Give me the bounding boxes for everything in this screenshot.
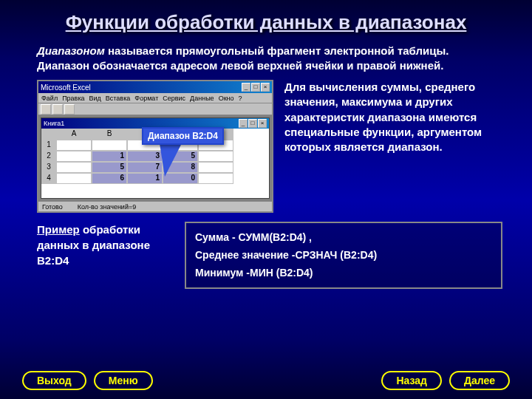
cell[interactable] (56, 140, 92, 151)
row-header[interactable]: 2 (41, 151, 56, 162)
menu-data[interactable]: Данные (190, 95, 214, 102)
excel-menubar: Файл Правка Вид Вставка Формат Сервис Да… (38, 93, 272, 103)
menu-format[interactable]: Формат (134, 95, 158, 102)
menu-file[interactable]: Файл (41, 95, 58, 102)
formula-avg: Среднее значение -СРЗНАЧ (B2:D4) (195, 247, 492, 265)
menu-view[interactable]: Вид (89, 95, 101, 102)
cell[interactable] (198, 162, 233, 173)
close-icon[interactable]: × (261, 83, 270, 92)
menu-tools[interactable]: Сервис (163, 95, 185, 102)
cell[interactable] (56, 151, 92, 162)
col-header[interactable]: B (92, 129, 127, 140)
formula-sum: Сумма - СУММ(B2:D4) , (195, 229, 492, 247)
cell[interactable]: 1 (92, 151, 127, 162)
menu-edit[interactable]: Правка (62, 95, 84, 102)
back-button[interactable]: Назад (381, 371, 442, 390)
menu-insert[interactable]: Вставка (106, 95, 130, 102)
cell[interactable]: 6 (92, 173, 127, 184)
status-left: Готово (42, 203, 63, 211)
book-window-controls: _ □ × (239, 119, 267, 128)
excel-toolbar (38, 103, 272, 115)
excel-titlebar: Microsoft Excel _ □ × (38, 81, 272, 93)
middle-section: Microsoft Excel _ □ × Файл Правка Вид Вс… (0, 80, 532, 213)
formula-min: Минимум -МИН (B2:D4) (195, 265, 492, 282)
cell[interactable]: 5 (92, 162, 127, 173)
cell[interactable] (56, 162, 92, 173)
minimize-icon[interactable]: _ (242, 83, 250, 92)
range-callout: Диапазон B2:D4 (142, 127, 224, 145)
example-label: Пример обработки данных в диапазоне B2:D… (37, 222, 170, 268)
cell[interactable] (198, 151, 233, 162)
intro-term: Диапазоном (37, 44, 105, 57)
corner-cell[interactable] (41, 129, 56, 140)
nav-spacer (160, 371, 375, 390)
intro-paragraph: Диапазоном называется прямоугольный фраг… (0, 38, 532, 80)
nav-bar: Выход Меню Назад Далее (0, 371, 532, 390)
exit-button[interactable]: Выход (22, 371, 86, 390)
excel-statusbar: Готово Кол-во значений=9 (38, 201, 272, 211)
example-underline: Пример (37, 223, 80, 236)
excel-app-title: Microsoft Excel (41, 83, 91, 92)
cell[interactable] (56, 173, 92, 184)
window-controls: _ □ × (242, 83, 270, 92)
row-header[interactable]: 1 (41, 140, 56, 151)
excel-screenshot: Microsoft Excel _ □ × Файл Правка Вид Вс… (37, 80, 273, 213)
col-header[interactable]: A (56, 129, 92, 140)
menu-window[interactable]: Окно (219, 95, 234, 102)
menu-button[interactable]: Меню (94, 371, 153, 390)
description-text: Для вычисления суммы, среднего значения,… (284, 80, 502, 213)
next-button[interactable]: Далее (449, 371, 510, 390)
excel-workbook-area: Диапазон B2:D4 Книга1 _ □ × ABCDE1213535… (38, 115, 272, 201)
bottom-section: Пример обработки данных в диапазоне B2:D… (0, 213, 532, 289)
row-header[interactable]: 4 (41, 173, 56, 184)
page-title: Функции обработки данных в диапазонах (0, 0, 532, 38)
maximize-icon[interactable]: □ (248, 119, 257, 128)
toolbar-btn[interactable] (41, 104, 51, 115)
toolbar-btn[interactable] (52, 104, 63, 115)
cell[interactable] (198, 173, 233, 184)
formulas-box: Сумма - СУММ(B2:D4) , Среднее значение -… (185, 222, 502, 289)
menu-help[interactable]: ? (239, 95, 242, 102)
row-header[interactable]: 3 (41, 162, 56, 173)
minimize-icon[interactable]: _ (239, 119, 248, 128)
cell[interactable] (92, 140, 127, 151)
status-right: Кол-во значений=9 (78, 203, 136, 211)
maximize-icon[interactable]: □ (251, 83, 260, 92)
toolbar-btn[interactable] (64, 104, 75, 115)
book-title: Книга1 (44, 120, 64, 127)
close-icon[interactable]: × (258, 119, 267, 128)
